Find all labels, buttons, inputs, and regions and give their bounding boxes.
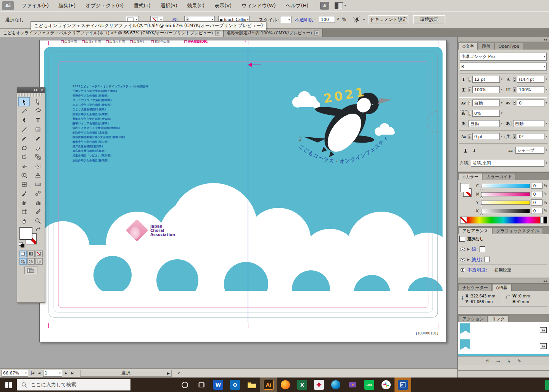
rotate-tool[interactable]	[18, 152, 30, 161]
vscale-stepper[interactable]: ▴▾	[469, 87, 471, 92]
menu-effect[interactable]: 効果(C)	[182, 1, 209, 11]
pen-tool[interactable]	[18, 116, 30, 125]
color-mode-button[interactable]	[19, 251, 27, 257]
shaper-tool[interactable]	[18, 143, 30, 152]
chevron-down-icon[interactable]: ▾	[546, 122, 547, 125]
chevron-down-icon[interactable]: ▾	[546, 162, 547, 165]
artboard-tool[interactable]	[18, 207, 30, 216]
slice-tool[interactable]	[32, 207, 43, 216]
chevron-down-icon[interactable]: ▾	[501, 122, 502, 125]
document-setup-button[interactable]: ドキュメント設定	[369, 15, 408, 24]
red-app-icon[interactable]	[311, 378, 327, 392]
eye-icon[interactable]	[459, 268, 465, 272]
bridge-button[interactable]: Br	[320, 2, 329, 10]
hscale-value[interactable]: 100%	[517, 86, 544, 93]
link-item[interactable]	[458, 338, 549, 354]
width-tool[interactable]	[18, 161, 30, 170]
panel-grip[interactable]	[19, 93, 42, 96]
last-artboard-button[interactable]: ▶|	[70, 371, 76, 375]
stroke-row-label[interactable]: 線:	[472, 246, 478, 252]
type-tool[interactable]	[32, 116, 43, 125]
collapse-dock-icon[interactable]: ◀◀	[543, 38, 547, 41]
tab-appearance[interactable]: アピアランス	[459, 227, 492, 234]
tsume-stepper[interactable]: ▴▾	[469, 111, 471, 116]
slack-icon[interactable]	[378, 378, 394, 392]
leading-stepper[interactable]: ▴▾	[513, 77, 516, 82]
font-style-dropdown[interactable]: R▾	[460, 63, 547, 71]
tracking-stepper[interactable]: ▴▾	[513, 101, 516, 105]
cyan-value[interactable]: 0	[531, 183, 543, 189]
tsume-value[interactable]: 0%	[472, 110, 500, 117]
perspective-grid-tool[interactable]	[32, 170, 43, 180]
illustrator-icon[interactable]: Ai	[260, 378, 277, 392]
vscale-value[interactable]: 100%	[472, 86, 500, 93]
chevron-down-icon[interactable]: ▾	[546, 101, 547, 104]
select-similar-icon[interactable]	[352, 15, 362, 24]
scale-tool[interactable]	[32, 152, 43, 161]
excel-icon[interactable]: X	[294, 378, 311, 392]
zoom-tool[interactable]	[32, 216, 43, 225]
menu-window[interactable]: ウィンドウ(W)	[237, 1, 281, 11]
symbol-sprayer-tool[interactable]	[18, 198, 30, 207]
eraser-tool[interactable]	[32, 143, 43, 152]
paintbrush-tool[interactable]	[18, 134, 30, 143]
menu-type[interactable]: 書式(T)	[129, 1, 155, 11]
menu-object[interactable]: オブジェクト(O)	[80, 1, 129, 11]
task-view-icon[interactable]	[193, 378, 210, 392]
eye-icon[interactable]	[459, 258, 465, 262]
chevron-down-icon[interactable]: ▾	[501, 88, 502, 91]
font-size-stepper[interactable]: ▴▾	[469, 77, 471, 82]
expand-arrow[interactable]: ▶	[467, 258, 470, 261]
clipped-app-icon[interactable]	[545, 380, 549, 390]
font-size-value[interactable]: 12 pt	[472, 76, 500, 83]
eye-icon[interactable]	[459, 247, 465, 251]
none-mode-button[interactable]	[35, 251, 43, 257]
fill-proxy-swatch[interactable]	[460, 183, 469, 192]
line-segment-tool[interactable]	[18, 125, 30, 134]
draw-behind-button[interactable]	[27, 258, 35, 265]
go-to-link-button[interactable]: →	[496, 358, 500, 364]
tab-color[interactable]: ◇カラー	[459, 173, 482, 180]
shape-builder-tool[interactable]	[18, 170, 30, 180]
edit-original-button[interactable]: ✎	[518, 358, 522, 364]
update-link-button[interactable]: ↳	[507, 358, 511, 364]
firefox-icon[interactable]	[277, 378, 294, 392]
rotation-value[interactable]: 0°	[517, 133, 544, 140]
aki-right-value[interactable]: 自動	[513, 120, 544, 127]
magenta-slider[interactable]	[481, 192, 530, 196]
draw-inside-button[interactable]	[35, 258, 43, 265]
chevron-down-icon[interactable]: ▾	[501, 78, 502, 81]
tab-graphic-styles[interactable]: グラフィックスタイル	[493, 227, 543, 234]
artboard-number-dropdown[interactable]: 1▾	[43, 370, 62, 377]
chevron-down-icon[interactable]: ▾	[546, 88, 547, 91]
prev-artboard-button[interactable]: ◀	[37, 371, 42, 375]
baseline-value[interactable]: 0 pt	[472, 133, 500, 140]
chevron-down-icon[interactable]: ▾	[546, 135, 547, 138]
kerning-value[interactable]: 自動	[472, 100, 500, 106]
selection-tool[interactable]	[18, 97, 30, 106]
opacity-label[interactable]: 不透明度:	[295, 17, 315, 23]
file-explorer-icon[interactable]	[243, 378, 260, 392]
close-tab-icon[interactable]: ×	[215, 31, 220, 35]
tracking-value[interactable]: 0	[517, 100, 544, 106]
lasso-tool[interactable]	[32, 106, 43, 116]
video-app-icon[interactable]	[344, 378, 361, 392]
menu-edit[interactable]: 編集(E)	[54, 1, 80, 11]
color-spectrum[interactable]	[460, 217, 547, 223]
menu-view[interactable]: 表示(V)	[209, 1, 237, 11]
blend-tool[interactable]	[32, 189, 43, 198]
preferences-button[interactable]: 環境設定	[413, 15, 445, 24]
direct-selection-tool[interactable]	[32, 97, 43, 106]
yellow-slider[interactable]	[481, 201, 530, 205]
outlook-icon[interactable]: O	[227, 378, 243, 392]
rectangle-tool[interactable]	[32, 125, 43, 134]
status-display[interactable]: 選択 ▶	[80, 370, 172, 377]
draw-normal-button[interactable]	[19, 258, 27, 265]
first-artboard-button[interactable]: |◀	[30, 371, 35, 375]
eyedropper-tool[interactable]	[18, 189, 30, 198]
black-slider[interactable]	[481, 209, 530, 213]
baseline-stepper[interactable]: ▴▾	[469, 134, 471, 139]
hand-tool[interactable]	[18, 216, 30, 225]
swap-fill-stroke-icon[interactable]	[35, 227, 42, 232]
expand-arrow[interactable]: ▶	[467, 247, 470, 251]
